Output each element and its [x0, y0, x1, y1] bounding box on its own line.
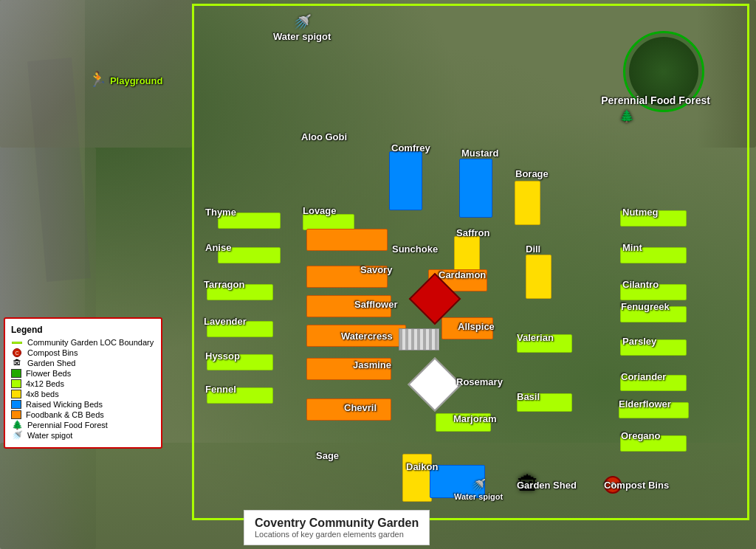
legend-label-foodbank: Foodbank & CB Beds [26, 410, 104, 419]
label-saffron: Saffron [456, 227, 490, 238]
label-sunchoke: Sunchoke [392, 244, 438, 255]
map-container: Aloo Gobi Comfrey Mustard Borage Thyme L… [0, 0, 756, 549]
legend-title: Legend [11, 325, 155, 335]
legend-label-compost: Compost Bins [27, 348, 78, 357]
label-water-spigot-top: Water spigot [273, 31, 331, 42]
label-borage: Borage [515, 168, 549, 179]
legend-label-flower: Flower Beds [26, 369, 71, 378]
legend-item-compost: C Compost Bins [11, 348, 155, 357]
label-oregano: Oregano [621, 430, 660, 441]
label-dill: Dill [526, 244, 540, 255]
garden-shed-area: 🏚 Garden Shed [517, 472, 539, 497]
label-sage: Sage [316, 450, 339, 461]
label-anise: Anise [205, 242, 231, 253]
legend-item-shed: 🏚 Garden Shed [11, 359, 155, 367]
label-chevril: Chevril [344, 402, 377, 413]
label-coriander: Coriander [621, 371, 666, 382]
legend-label-boundary: Community Garden LOC Boundary [27, 338, 154, 347]
label-mint: Mint [622, 242, 642, 253]
map-title: Coventry Community Garden [255, 517, 419, 530]
label-food-forest: Perennial Food Forest [601, 94, 710, 106]
legend-label-shed: Garden Shed [27, 359, 75, 367]
label-rosemary: Rosemary [456, 376, 503, 387]
label-lovage: Lovage [303, 205, 337, 216]
label-water-spigot-bottom: Water spigot [454, 492, 503, 501]
legend-label-wicking: Raised Wicking Beds [26, 400, 103, 409]
legend-box: Legend Community Garden LOC Boundary C C… [4, 317, 162, 449]
label-compost-bins: Compost Bins [604, 480, 669, 491]
legend-item-flower: Flower Beds [11, 369, 155, 378]
label-comfrey: Comfrey [391, 142, 430, 153]
label-safflower: Safflower [354, 299, 398, 310]
bed-sunchoke-orange [306, 229, 388, 251]
legend-label-spigot: Water spigot [27, 431, 72, 440]
label-valerian: Valerian [517, 332, 554, 343]
label-cardamon: Cardamon [439, 269, 486, 280]
bed-borage [515, 181, 540, 225]
water-spigot-top: 🚿 Water spigot [273, 13, 331, 42]
bed-mustard [459, 159, 492, 218]
label-jasmine: Jasmine [353, 359, 391, 370]
label-daikon: Daikon [406, 461, 438, 472]
legend-item-4x8: 4x8 beds [11, 390, 155, 398]
bed-dill [526, 255, 551, 299]
label-marjoram: Marjoram [453, 413, 497, 424]
watercress-pattern [399, 328, 439, 351]
label-fennel: Fennel [205, 384, 236, 395]
label-elderflower: Elderflower [619, 398, 671, 410]
legend-item-4x12: 4x12 Beds [11, 379, 155, 388]
label-playground: Playground [110, 75, 163, 86]
legend-item-perennial: 🌲 Perennial Food Forest [11, 421, 155, 429]
label-garden-shed: Garden Shed [517, 480, 577, 491]
legend-item-boundary: Community Garden LOC Boundary [11, 338, 155, 347]
label-mustard: Mustard [461, 148, 499, 159]
label-parsley: Parsley [622, 336, 656, 347]
bed-lovage [303, 214, 354, 230]
label-basil: Basil [517, 391, 540, 402]
bed-comfrey [389, 151, 422, 210]
label-tarragon: Tarragon [204, 279, 244, 290]
label-cilantro: Cilantro [622, 279, 659, 290]
legend-item-spigot: 🚿 Water spigot [11, 431, 155, 440]
legend-item-foodbank: Foodbank & CB Beds [11, 410, 155, 419]
map-subtitle: Locations of key garden elements garden [255, 530, 419, 539]
title-box: Coventry Community Garden Locations of k… [244, 510, 430, 545]
legend-label-4x8: 4x8 beds [26, 390, 59, 398]
label-watercress: Watercress [341, 331, 393, 342]
label-savory: Savory [360, 264, 392, 275]
playground-icon: 🏃 Playground [89, 70, 162, 88]
label-allspice: Allspice [458, 321, 495, 332]
legend-label-4x12: 4x12 Beds [26, 379, 64, 388]
label-hyssop: Hyssop [205, 351, 240, 362]
label-aloo-gobi: Aloo Gobi [301, 131, 347, 142]
water-spigot-bottom: 🚿 Water spigot [454, 478, 503, 501]
tree-icon: 🌲 [619, 109, 634, 123]
legend-item-wicking: Raised Wicking Beds [11, 400, 155, 409]
compost-bins-area: ♻ Compost Bins [604, 476, 622, 494]
legend-label-perennial: Perennial Food Forest [27, 421, 108, 429]
label-thyme: Thyme [205, 207, 236, 218]
label-fenugreek: Fenugreek [621, 301, 670, 312]
label-lavender: Lavender [204, 316, 247, 327]
label-nutmeg: Nutmeg [622, 207, 658, 218]
